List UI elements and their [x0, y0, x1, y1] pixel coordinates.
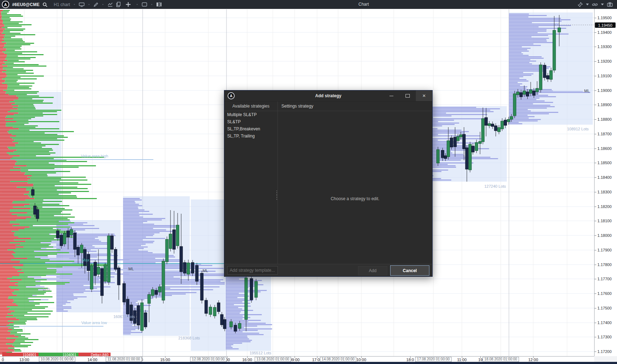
max-level-label: Max	[82, 258, 90, 262]
session-date-label: 14.08.2020 01:00:00	[320, 357, 356, 362]
session-volume-label: 160673 Lots	[113, 314, 135, 319]
price-tick: 1.19500	[595, 16, 612, 20]
maximize-icon	[406, 94, 410, 98]
add-strategy-dialog: A Add strategy ✕ Available strategies Mu…	[224, 90, 433, 277]
minimize-icon	[389, 96, 393, 96]
value-area-high-label: Value area high	[81, 154, 108, 158]
session-date-label: 17.08.2020 01:00:00	[415, 357, 452, 362]
strategy-item-multiple-sltp[interactable]: Multiple SL&TP	[224, 111, 277, 118]
time-tick-label: 09:00	[290, 358, 300, 362]
time-tick-label: 14:00	[87, 358, 97, 362]
session-volume-label: 195512 Lots	[250, 351, 271, 355]
time-tick-label: 0	[2, 358, 4, 362]
price-tick: 1.19000	[595, 88, 612, 93]
price-tick: 1.19400	[595, 30, 612, 35]
strategies-panel: Available strategies Multiple SL&TP SL&T…	[224, 102, 278, 265]
max-level-marker: ML	[584, 89, 590, 93]
strategy-item-sltp-breakeven[interactable]: SL,TP,Breakeven	[224, 125, 277, 132]
price-tick: 1.17400	[595, 321, 612, 325]
maximize-button[interactable]	[399, 90, 416, 101]
strategy-template-input[interactable]	[227, 266, 278, 275]
price-tick: 1.18700	[595, 132, 612, 136]
session-volume-label: 127240 Lots	[484, 184, 506, 188]
time-tick-label: 19	[478, 358, 483, 362]
time-tick-label: 16:00	[242, 358, 252, 362]
price-tick: 1.17500	[595, 306, 612, 310]
price-tick: 1.17800	[595, 262, 612, 267]
strategy-item-sltp-trailing[interactable]: SL,TP, Trailing	[224, 132, 277, 140]
price-tick: 1.18000	[595, 233, 612, 238]
dialog-titlebar[interactable]: A Add strategy ✕	[224, 90, 432, 102]
price-tick: 1.19300	[595, 45, 612, 49]
value-area-low-label: Value area low	[81, 321, 107, 325]
price-tick: 1.18900	[595, 103, 612, 107]
close-button[interactable]: ✕	[416, 90, 432, 101]
app-window: A #6EU0@CME H1 chart Chart	[0, 0, 617, 364]
session-date-label: 12.08.2020 01:00:00	[190, 357, 226, 362]
strategies-panel-header: Available strategies	[224, 102, 277, 111]
session-date-label: 13.08.2020 01:00:00	[255, 357, 291, 362]
price-tick: 1.17600	[595, 291, 612, 296]
price-tick: 1.17300	[595, 335, 612, 339]
minimize-button[interactable]	[383, 90, 399, 101]
max-level-marker: ML	[128, 267, 134, 271]
max-level-marker: ML	[203, 269, 208, 273]
price-tick: 1.18800	[595, 117, 612, 121]
caret-down-icon[interactable]	[601, 4, 604, 5]
price-tick: 1.17700	[595, 277, 612, 281]
time-tick-label: 12:00	[528, 358, 538, 362]
add-button[interactable]: Add	[358, 266, 387, 275]
session-date-label: 10.08.2020 01:00:00	[39, 357, 75, 362]
price-tick: 1.19200	[595, 59, 612, 63]
dialog-footer: Add Cancel	[224, 264, 432, 276]
close-icon: ✕	[422, 93, 426, 98]
session-volume-label: 218368 Lots	[178, 336, 200, 340]
axis-corner	[594, 356, 617, 362]
price-tick: 1.17900	[595, 248, 612, 252]
session-date-label: 11.08.2020 01:00:00	[106, 357, 142, 362]
time-tick-label: 15:00	[160, 358, 170, 362]
price-tick: 1.18300	[595, 190, 612, 194]
current-price-badge: 1.19450	[595, 22, 616, 28]
session-date-label: 18.08.2020 01:00:00	[483, 357, 519, 362]
session-volume-label: 108912 Lots	[567, 127, 589, 131]
profile-lots-label: Lots	[43, 287, 50, 291]
price-tick: 1.17200	[595, 349, 612, 354]
price-tick: 1.18400	[595, 175, 612, 180]
settings-panel-header: Settings strategy	[278, 102, 432, 111]
cancel-button[interactable]: Cancel	[390, 265, 429, 276]
time-tick-label: 11:00	[457, 358, 467, 362]
price-tick: 1.18600	[595, 146, 612, 151]
strategy-item-sltp[interactable]: SL&TP	[224, 118, 277, 125]
horizontal-scrollbar[interactable]	[0, 362, 617, 364]
price-tick: 1.18100	[595, 219, 612, 223]
empty-state-message: Choose a strategy to edit.	[278, 196, 432, 201]
price-tick: 1.19100	[595, 74, 612, 78]
price-tick: 1.18500	[595, 161, 612, 165]
time-tick-label: 10:00	[356, 358, 366, 362]
price-axis[interactable]: 1.195001.194001.193001.192001.191001.190…	[594, 9, 617, 362]
time-axis[interactable]: 013:0014:00015:00:0016:0009:0017:0010:00…	[0, 356, 594, 362]
settings-panel: Settings strategy Choose a strategy to e…	[278, 102, 432, 265]
time-tick-label: 18:0	[406, 358, 414, 362]
camera-icon[interactable]	[606, 0, 614, 9]
time-tick-label: 13:00	[19, 358, 29, 362]
price-tick: 1.18200	[595, 204, 612, 209]
